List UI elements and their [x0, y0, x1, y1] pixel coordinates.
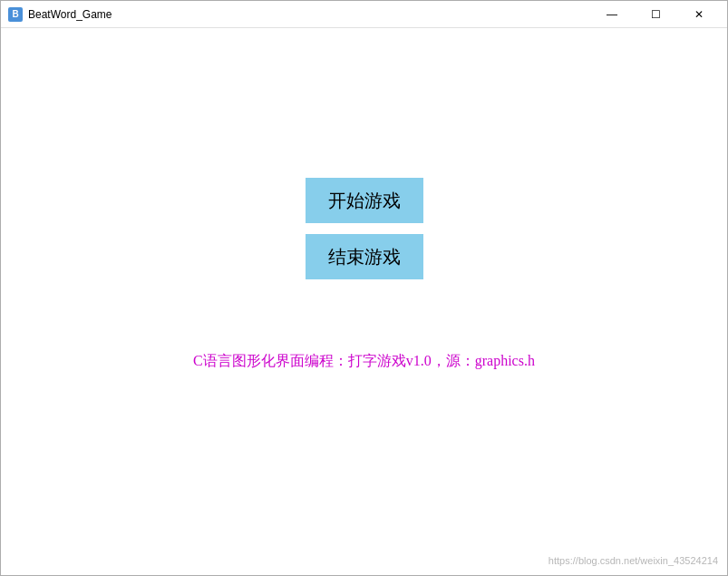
window-content: 开始游戏 结束游戏 C语言图形化界面编程：打字游戏v1.0，源：graphics…: [1, 28, 727, 575]
subtitle-text: C语言图形化界面编程：打字游戏v1.0，源：graphics.h: [193, 352, 535, 371]
window-title: BeatWord_Game: [28, 8, 112, 21]
app-icon-letter: B: [12, 9, 18, 19]
watermark-text: https://blog.csdn.net/weixin_43524214: [548, 555, 718, 566]
app-icon: B: [8, 7, 23, 22]
minimize-button[interactable]: —: [591, 1, 633, 28]
app-window: B BeatWord_Game — ☐ ✕ 开始游戏 结束游戏 C语言图形化界面…: [0, 0, 728, 576]
buttons-container: 开始游戏 结束游戏: [306, 178, 423, 279]
maximize-button[interactable]: ☐: [635, 1, 676, 28]
end-game-button[interactable]: 结束游戏: [306, 234, 423, 279]
title-bar-left: B BeatWord_Game: [8, 7, 112, 22]
close-button[interactable]: ✕: [678, 1, 720, 28]
title-bar-controls: — ☐ ✕: [591, 1, 720, 28]
title-bar: B BeatWord_Game — ☐ ✕: [1, 1, 727, 28]
start-game-button[interactable]: 开始游戏: [306, 178, 423, 223]
